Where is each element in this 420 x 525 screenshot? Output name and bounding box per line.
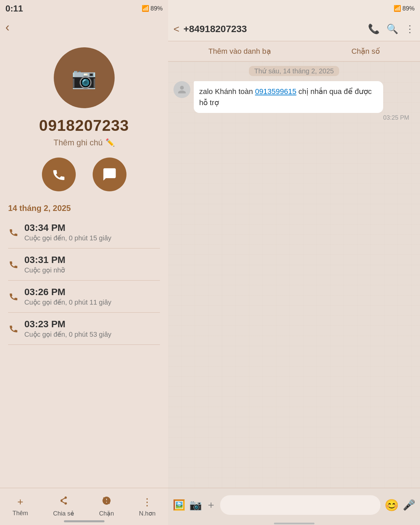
edit-icon: ✏️ bbox=[106, 138, 115, 147]
call-time-1: 03:34 PM bbox=[24, 222, 111, 233]
nav-indicator-right bbox=[168, 522, 420, 525]
status-icons-left: 📶 89% bbox=[142, 5, 163, 12]
battery-left: 89% bbox=[150, 5, 163, 12]
call-date-label: 14 tháng 2, 2025 bbox=[0, 204, 168, 213]
wifi-icon-right: 📶 bbox=[394, 5, 401, 12]
contact-phone-number: 0918207233 bbox=[39, 116, 129, 135]
sticker-button[interactable]: 😊 bbox=[384, 498, 399, 512]
call-desc-4: Cuộc gọi đến, 0 phút 53 giây bbox=[24, 330, 111, 338]
call-icon-header[interactable]: 📞 bbox=[368, 23, 380, 34]
more-label: N.hơn bbox=[139, 510, 156, 517]
status-icons-right: 📶 89% bbox=[394, 5, 415, 12]
chat-background bbox=[168, 62, 420, 488]
right-panel: 📶 89% < +84918207233 📞 🔍 ⋮ Thêm vào danh… bbox=[168, 0, 420, 525]
search-icon-header[interactable]: 🔍 bbox=[387, 23, 398, 34]
action-buttons bbox=[42, 158, 126, 191]
chat-input-field[interactable] bbox=[220, 495, 380, 515]
chat-header: < +84918207233 📞 🔍 ⋮ bbox=[168, 17, 420, 41]
message-text-prefix: zalo Khánh toàn bbox=[199, 87, 255, 96]
call-desc-2: Cuộc gọi nhỡ bbox=[24, 266, 65, 274]
more-button[interactable]: ⋮ N.hơn bbox=[139, 496, 156, 517]
call-desc-3: Cuộc gọi đến, 0 phút 11 giây bbox=[24, 298, 111, 306]
call-item-3: 03:26 PM Cuộc gọi đến, 0 phút 11 giây bbox=[8, 281, 160, 313]
date-separator-label: Thứ sáu, 14 tháng 2, 2025 bbox=[249, 66, 339, 76]
camera-button[interactable]: 📷 bbox=[189, 499, 202, 511]
add-icon: + bbox=[17, 496, 23, 508]
call-time-4: 03:23 PM bbox=[24, 319, 111, 330]
add-contact-button[interactable]: Thêm vào danh bạ bbox=[208, 47, 271, 56]
incoming-call-icon-4 bbox=[8, 323, 19, 334]
chat-messages: Thứ sáu, 14 tháng 2, 2025 zalo Khánh toà… bbox=[168, 62, 420, 488]
call-item-2: 03:31 PM Cuộc gọi nhỡ bbox=[8, 248, 160, 281]
add-button[interactable]: + Thêm bbox=[13, 496, 28, 517]
block-button[interactable]: Chặn bbox=[99, 496, 114, 517]
share-icon bbox=[59, 496, 68, 508]
message-bubble-1: zalo Khánh toàn 0913599615 chị nhắn qua … bbox=[194, 81, 383, 113]
call-info-2: 03:31 PM Cuộc gọi nhỡ bbox=[24, 255, 65, 274]
add-note-label: Thêm ghi chú bbox=[53, 138, 102, 147]
attach-button[interactable]: ＋ bbox=[206, 498, 216, 512]
message-link[interactable]: 0913599615 bbox=[255, 87, 296, 96]
chat-action-bar: Thêm vào danh bạ Chặn số bbox=[168, 41, 420, 62]
chat-contact-title: +84918207233 bbox=[184, 24, 364, 34]
call-incoming-arrow-4 bbox=[8, 324, 19, 334]
message-icon bbox=[102, 167, 117, 182]
call-incoming-arrow-3 bbox=[8, 291, 19, 302]
status-bar-left: 0:11 📶 89% bbox=[0, 0, 168, 17]
call-desc-1: Cuộc gọi đến, 0 phút 15 giây bbox=[24, 234, 111, 242]
share-label: Chia sẻ bbox=[53, 510, 74, 517]
incoming-call-icon-3 bbox=[8, 291, 19, 302]
user-icon bbox=[177, 85, 187, 94]
missed-call-icon bbox=[8, 259, 19, 270]
battery-right: 89% bbox=[402, 5, 415, 12]
add-label: Thêm bbox=[13, 510, 28, 517]
date-separator: Thứ sáu, 14 tháng 2, 2025 bbox=[168, 62, 420, 78]
call-incoming-arrow-1 bbox=[8, 227, 19, 237]
call-info-3: 03:26 PM Cuộc gọi đến, 0 phút 11 giây bbox=[24, 287, 111, 306]
share-button[interactable]: Chia sẻ bbox=[53, 496, 74, 517]
gallery-button[interactable]: 🖼️ bbox=[173, 499, 185, 511]
call-item-1: 03:34 PM Cuộc gọi đến, 0 phút 15 giây bbox=[8, 216, 160, 248]
status-time-left: 0:11 bbox=[5, 3, 23, 14]
sender-avatar bbox=[173, 81, 190, 98]
message-button[interactable] bbox=[93, 158, 126, 191]
chat-header-icons: 📞 🔍 ⋮ bbox=[368, 23, 415, 34]
nav-indicator-left bbox=[64, 520, 104, 522]
message-row-1: zalo Khánh toàn 0913599615 chị nhắn qua … bbox=[168, 78, 420, 124]
left-panel: 0:11 📶 89% ‹ 📷 0918207233 Thêm ghi chú ✏… bbox=[0, 0, 168, 525]
call-button[interactable] bbox=[42, 158, 76, 191]
wifi-icon: 📶 bbox=[142, 5, 149, 12]
contact-avatar: 📷 bbox=[54, 47, 115, 108]
call-time-2: 03:31 PM bbox=[24, 255, 65, 265]
add-note-row[interactable]: Thêm ghi chú ✏️ bbox=[53, 138, 114, 147]
nav-indicator-bar bbox=[274, 523, 314, 524]
call-list: 03:34 PM Cuộc gọi đến, 0 phút 15 giây 03… bbox=[0, 216, 168, 345]
block-number-button[interactable]: Chặn số bbox=[351, 47, 379, 56]
status-bar-right: 📶 89% bbox=[168, 0, 420, 17]
call-item-4: 03:23 PM Cuộc gọi đến, 0 phút 53 giây bbox=[8, 313, 160, 345]
camera-icon: 📷 bbox=[71, 66, 97, 90]
incoming-call-icon-1 bbox=[8, 227, 19, 238]
call-info-4: 03:23 PM Cuộc gọi đến, 0 phút 53 giây bbox=[24, 319, 111, 338]
block-label: Chặn bbox=[99, 510, 114, 517]
bottom-bar-left: + Thêm Chia sẻ Chặn ⋮ N.hơn bbox=[0, 488, 168, 525]
wave-button[interactable]: 🎤 bbox=[403, 499, 415, 511]
more-icon-header[interactable]: ⋮ bbox=[405, 23, 415, 34]
back-button-right[interactable]: < bbox=[173, 23, 180, 35]
call-missed-arrow bbox=[8, 259, 19, 269]
block-icon bbox=[102, 496, 111, 508]
more-icon: ⋮ bbox=[142, 496, 152, 508]
back-button-left[interactable]: ‹ bbox=[5, 20, 9, 34]
chat-input-bar: 🖼️ 📷 ＋ 😊 🎤 bbox=[168, 488, 420, 522]
call-time-3: 03:26 PM bbox=[24, 287, 111, 297]
call-info-1: 03:34 PM Cuộc gọi đến, 0 phút 15 giây bbox=[24, 222, 111, 242]
message-time-1: 03:25 PM bbox=[194, 114, 415, 121]
phone-icon bbox=[51, 167, 66, 182]
